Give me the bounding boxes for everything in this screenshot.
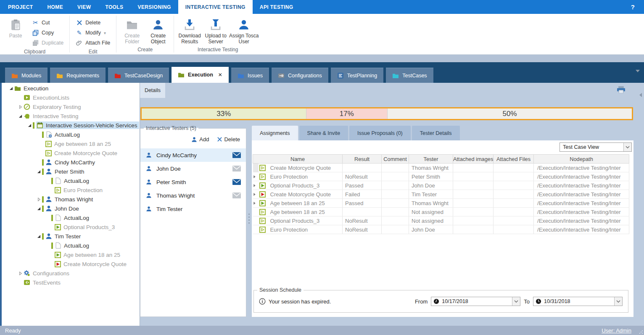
row-expand-arrow-icon[interactable] [253, 172, 259, 181]
tab-modules[interactable]: Modules [5, 68, 48, 83]
table-row[interactable]: Create Motorcycle QuoteThomas Wright/Exe… [253, 164, 629, 172]
create-folder-button[interactable]: Create Folder [119, 16, 145, 45]
row-expand-arrow-icon[interactable] [253, 190, 259, 199]
tab-requirements[interactable]: Requirements [50, 68, 106, 83]
resize-grip[interactable] [639, 330, 643, 334]
column-header-tester[interactable]: Tester [409, 155, 453, 164]
column-header-attached-images[interactable]: Attached images [453, 155, 494, 164]
tree-item-age-between[interactable]: Age between 18 an 25 [2, 250, 140, 259]
expand-arrow-icon[interactable] [17, 114, 24, 118]
tab-configurations[interactable]: Configurations [272, 68, 328, 83]
tree-item-testevents[interactable]: TestEvents [2, 278, 140, 287]
tree-item-peter-smith[interactable]: Peter Smith [2, 167, 140, 176]
tester-row[interactable]: John Doe [140, 162, 246, 175]
close-tab-icon[interactable]: ✕ [218, 72, 222, 78]
tab-details[interactable]: Details [140, 83, 165, 98]
collapse-arrow-icon[interactable] [35, 198, 42, 201]
collapse-arrow-icon[interactable] [17, 272, 24, 275]
column-header-comment[interactable]: Comment [382, 155, 409, 164]
tree-item-executionlists[interactable]: ExecutionLists [2, 93, 140, 102]
tree-item-exploratory-testing[interactable]: Exploratory Testing [2, 102, 140, 111]
envelope-icon[interactable] [232, 193, 241, 198]
modify-dropdown-caret-icon[interactable]: ▾ [104, 31, 106, 35]
assign-tosca-user-button[interactable]: Assign Tosca User [229, 16, 259, 45]
tab-testcases[interactable]: TestCases [386, 68, 433, 83]
menu-interactive-testing[interactable]: INTERACTIVE TESTING [178, 0, 253, 14]
print-button[interactable] [617, 86, 626, 93]
panel-splitter[interactable] [246, 126, 252, 317]
menu-api-testing[interactable]: API TESTING [253, 0, 301, 14]
from-date-picker[interactable]: 10/17/2018 [431, 297, 520, 306]
tree-item-interactive-testing[interactable]: Interactive Testing [2, 111, 140, 121]
row-expand-arrow-icon[interactable] [253, 199, 259, 208]
table-row[interactable]: Euro ProtectionNoResultJohn Doe/Executio… [253, 225, 629, 234]
collapse-arrow-icon[interactable] [17, 105, 24, 109]
tree-item-actuallog[interactable]: ActualLog [2, 176, 140, 185]
envelope-icon[interactable] [232, 179, 241, 185]
tab-testcasedesign[interactable]: TestCaseDesign [108, 68, 169, 83]
tab-tester-details[interactable]: Tester Details [412, 126, 460, 140]
chevron-down-icon[interactable] [512, 297, 520, 306]
tester-row[interactable]: Tim Tester [140, 202, 246, 216]
tree-item-thomas-wright[interactable]: Thomas Wright [2, 195, 140, 204]
tree-item-euro-protection[interactable]: Euro Protection [2, 185, 140, 195]
tree-item-actuallog[interactable]: ActualLog [2, 130, 140, 139]
column-header-nodepath[interactable]: Nodepath [534, 155, 629, 164]
tab-testplanning[interactable]: TestPlanning [331, 68, 384, 83]
menu-home[interactable]: HOME [40, 0, 70, 14]
tab-issue-proposals[interactable]: Issue Proposals (0) [349, 126, 411, 140]
tester-row[interactable]: Thomas Wright [140, 189, 246, 202]
table-row[interactable]: Optional Products_3NoResultNot assigned/… [253, 216, 629, 225]
tree-item-john-doe[interactable]: John Doe [2, 204, 140, 213]
tree-item-execution[interactable]: Execution [2, 84, 140, 93]
tester-row[interactable]: Peter Smith [140, 175, 246, 189]
row-expand-arrow-icon[interactable] [253, 181, 259, 190]
tree-item-interactive-session[interactable]: Interactive Session-Vehicle Services [2, 121, 140, 130]
tree-item-configurations[interactable]: Configurations [2, 269, 140, 278]
table-row[interactable]: Age between 18 an 25Not assigned/Executi… [253, 208, 629, 216]
expand-arrow-icon[interactable] [35, 235, 42, 238]
download-results-button[interactable]: Download Results [177, 16, 203, 45]
cut-button[interactable]: ✂ Cut [29, 18, 67, 28]
delete-button[interactable]: Delete [72, 18, 113, 28]
expand-arrow-icon[interactable] [35, 170, 42, 174]
menu-view[interactable]: VIEW [70, 0, 98, 14]
user-admin-link[interactable]: User: Admin [602, 327, 631, 334]
tree-item-create-motorcycle-quote[interactable]: Create Motorcycle Quote [2, 148, 140, 158]
menu-tools[interactable]: TOOLS [98, 0, 130, 14]
column-header-name[interactable]: Name [253, 155, 343, 164]
expand-arrow-icon[interactable] [8, 87, 14, 90]
view-select[interactable]: Test Case View [560, 142, 632, 152]
add-tester-button[interactable]: Add [191, 136, 209, 142]
menu-versioning[interactable]: VERSIONING [131, 0, 178, 14]
menu-project[interactable]: PROJECT [1, 0, 40, 14]
panel-collapse-arrow-icon[interactable] [639, 93, 642, 97]
create-object-button[interactable]: Create Object [145, 16, 171, 45]
duplicate-button[interactable]: Duplicate [29, 38, 67, 48]
tab-overflow-caret-icon[interactable] [636, 70, 640, 72]
expand-arrow-icon[interactable] [26, 124, 33, 127]
copy-button[interactable]: Copy [29, 28, 67, 38]
paste-button[interactable]: Paste [3, 16, 29, 39]
to-date-picker[interactable]: 10/31/2018 [533, 297, 623, 306]
tree-item-optional-products[interactable]: Optional Products_3 [2, 222, 140, 232]
tree-item-actuallog[interactable]: ActualLog [2, 213, 140, 222]
tree-item-actuallog[interactable]: ActualLog [2, 241, 140, 250]
tester-row[interactable]: Cindy McCarthy [140, 148, 246, 162]
tab-execution[interactable]: Execution ✕ [172, 67, 229, 83]
tab-assignments[interactable]: Assignments [252, 126, 298, 140]
tab-issues[interactable]: Issues [231, 68, 269, 83]
expand-arrow-icon[interactable] [35, 207, 42, 211]
tree-item-tim-tester[interactable]: Tim Tester [2, 232, 140, 241]
modify-button[interactable]: ✎ Modify ▾ [72, 28, 113, 38]
envelope-icon[interactable] [232, 152, 241, 158]
column-header-result[interactable]: Result [343, 155, 382, 164]
table-row[interactable]: Optional Products_3PassedJohn Doe/Execut… [253, 181, 629, 190]
tree-item-cindy-mccarthy[interactable]: Cindy McCarthy [2, 158, 140, 167]
tab-share-invite[interactable]: Share & Invite [299, 126, 348, 140]
column-header-attached-files[interactable]: Attached Files [494, 155, 534, 164]
chevron-down-icon[interactable] [614, 297, 622, 306]
tree-item-age-between[interactable]: Age between 18 an 25 [2, 139, 140, 148]
upload-arrow-icon-button[interactable]: Upload to Server [203, 16, 229, 45]
envelope-icon[interactable] [232, 166, 241, 171]
